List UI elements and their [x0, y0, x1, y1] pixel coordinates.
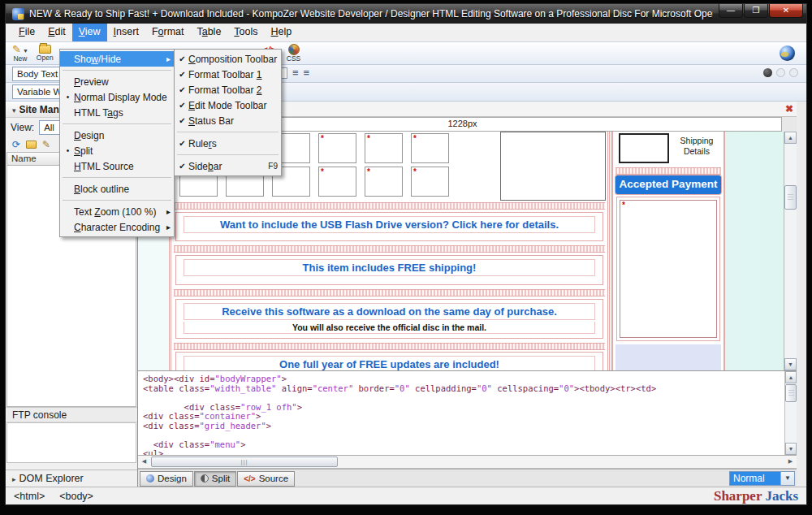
menu-item-show-hide[interactable]: Show/Hide▸ — [60, 51, 174, 67]
scroll-down-arrow-icon[interactable]: ▼ — [784, 358, 797, 370]
usb-banner[interactable]: Want to include the USB Flash Drive vers… — [175, 212, 603, 241]
menu-item-label: Show/Hide — [74, 54, 160, 65]
brand-word-jacks: Jacks — [765, 488, 798, 504]
accepted-payment-header[interactable]: Accepted Payment — [615, 175, 721, 194]
menu-item-character-encoding[interactable]: Character Encoding▸ — [60, 219, 174, 235]
menubar-item-view[interactable]: View — [72, 24, 107, 41]
scroll-down-arrow-icon[interactable]: ▼ — [785, 443, 797, 455]
image-placeholder[interactable]: * — [318, 167, 356, 197]
dom-explorer-header[interactable]: ▸DOM Explorer — [6, 470, 137, 487]
menu-item-normal-display-mode[interactable]: •Normal Display Mode — [60, 89, 174, 105]
menubar-item-insert[interactable]: Insert — [107, 24, 145, 41]
product-main-image-placeholder[interactable] — [500, 132, 606, 201]
menu-item-text-zoom-100[interactable]: Text Zoom (100 %)▸ — [60, 204, 174, 219]
menu-item-block-outline[interactable]: Block outline — [60, 181, 174, 197]
scroll-up-arrow-icon[interactable]: ▲ — [785, 371, 797, 383]
menu-item-label: HTML Tags — [74, 107, 164, 119]
checkmark-icon: ✔ — [176, 116, 188, 125]
image-placeholder[interactable]: * — [411, 133, 449, 163]
menu-item-label: Split — [74, 145, 164, 157]
menu-item-status-bar[interactable]: ✔Status Bar — [175, 113, 281, 128]
shipping-image-placeholder[interactable] — [619, 133, 669, 163]
collapse-triangle-icon: ▾ — [12, 106, 16, 115]
tab-source[interactable]: </> Source — [237, 471, 295, 487]
menu-item-html-tags[interactable]: HTML Tags — [60, 105, 174, 120]
minimize-button[interactable]: — — [719, 4, 743, 18]
background-color-icon[interactable] — [789, 68, 798, 77]
design-vertical-scrollbar[interactable]: ▲ ▼ — [784, 132, 797, 370]
menubar-item-tools[interactable]: Tools — [227, 24, 264, 41]
submenu-arrow-icon: ▸ — [160, 223, 171, 232]
numbered-list-icon[interactable]: ≡ — [292, 67, 299, 79]
no-color-icon[interactable] — [763, 68, 772, 77]
horizontal-scrollbar-thumb[interactable]: ||| — [151, 457, 338, 467]
source-horizontal-scrollbar[interactable]: ◀ ||| ▶ — [138, 456, 797, 469]
menu-separator — [63, 177, 171, 178]
scroll-up-arrow-icon[interactable]: ▲ — [784, 132, 797, 144]
browse-globe-icon[interactable] — [780, 45, 795, 61]
open-button-label: Open — [37, 54, 54, 62]
menu-item-format-toolbar-2[interactable]: ✔Format Toolbar 2 — [175, 82, 281, 97]
updates-banner[interactable]: One full year of FREE updates are includ… — [175, 352, 603, 371]
html-tag-breadcrumb[interactable]: <html> — [14, 491, 45, 502]
menu-item-rulers[interactable]: ✔Rulers — [175, 136, 281, 151]
menu-item-label: Rulers — [188, 138, 271, 149]
broken-image-icon: * — [413, 135, 417, 142]
tab-split[interactable]: Split — [194, 471, 236, 487]
menubar-item-format[interactable]: Format — [145, 24, 191, 41]
menubar-item-file[interactable]: File — [12, 24, 41, 41]
menu-item-format-toolbar-1[interactable]: ✔Format Toolbar 1 — [175, 67, 281, 82]
menu-item-html-source[interactable]: HTML Source — [60, 158, 174, 174]
free-shipping-banner[interactable]: This item includes FREE shipping! — [175, 255, 603, 285]
body-tag-breadcrumb[interactable]: <body> — [59, 491, 93, 502]
menu-item-label: Normal Display Mode — [74, 92, 167, 103]
scroll-left-arrow-icon[interactable]: ◀ — [138, 456, 150, 468]
open-site-folder-icon[interactable] — [26, 141, 37, 149]
table-border-band — [174, 202, 605, 210]
foreground-color-icon[interactable] — [776, 68, 785, 77]
image-placeholder[interactable]: * — [365, 167, 403, 197]
open-button[interactable]: Open — [37, 45, 54, 62]
new-button[interactable]: ✎▼ New — [12, 44, 28, 63]
html-source-code[interactable]: <body><div id="bodyWrapper"><table class… — [138, 371, 797, 456]
design-scrollbar-thumb[interactable] — [784, 185, 797, 210]
tab-source-label: Source — [259, 474, 288, 483]
ftp-console-output — [6, 422, 136, 463]
menu-item-edit-mode-toolbar[interactable]: ✔Edit Mode Toolbar — [175, 97, 281, 113]
menu-item-sidebar[interactable]: ✔SidebarF9 — [175, 158, 281, 174]
image-placeholder[interactable]: * — [411, 167, 449, 197]
refresh-icon[interactable]: ⟳ — [12, 139, 20, 150]
menu-shortcut: F9 — [261, 162, 278, 171]
app-window: NEW & Ready to Ship Fast! + Download Inc… — [5, 3, 807, 505]
page-side-column: Shipping Details Accepted Payment * — [611, 132, 725, 370]
display-mode-select[interactable]: Normal ▼ — [729, 471, 795, 486]
css-button[interactable]: CSS — [287, 44, 300, 63]
image-placeholder[interactable]: * — [365, 133, 403, 163]
download-banner[interactable]: Receive this software as a download on t… — [175, 299, 603, 339]
ftp-console-header[interactable]: FTP console — [6, 407, 137, 422]
toolbar-right-icons — [763, 68, 798, 77]
design-eye-icon — [146, 474, 154, 483]
maximize-button[interactable]: ❐ — [744, 4, 768, 18]
menu-item-composition-toolbar[interactable]: ✔Composition Toolbar — [175, 51, 281, 67]
menu-item-design[interactable]: Design — [60, 128, 174, 143]
image-placeholder[interactable]: * — [318, 133, 356, 163]
edit-site-icon[interactable]: ✎ — [42, 139, 50, 150]
download-banner-subtext: You will also receive the official disc … — [184, 322, 595, 334]
tab-design[interactable]: Design — [140, 471, 193, 487]
bulleted-list-icon[interactable]: ≡ — [304, 67, 310, 79]
menu-item-split[interactable]: •Split — [60, 143, 174, 158]
open-folder-icon — [39, 45, 51, 54]
scroll-right-arrow-icon[interactable]: ▶ — [784, 456, 797, 468]
source-view[interactable]: <body><div id="bodyWrapper"><table class… — [138, 371, 797, 456]
close-button[interactable]: ✕ — [769, 4, 803, 18]
menubar-item-table[interactable]: Table — [190, 24, 227, 41]
checkmark-icon: ✔ — [176, 70, 188, 79]
menu-item-preview[interactable]: Preview — [60, 74, 174, 89]
source-vertical-scrollbar[interactable]: ▲ ▼ — [784, 371, 797, 455]
close-document-icon[interactable]: ✖ — [785, 103, 793, 115]
menubar-item-edit[interactable]: Edit — [41, 24, 72, 41]
payment-image-placeholder[interactable]: * — [620, 200, 717, 338]
source-scrollbar-thumb[interactable] — [785, 384, 797, 402]
menubar-item-help[interactable]: Help — [265, 24, 299, 41]
